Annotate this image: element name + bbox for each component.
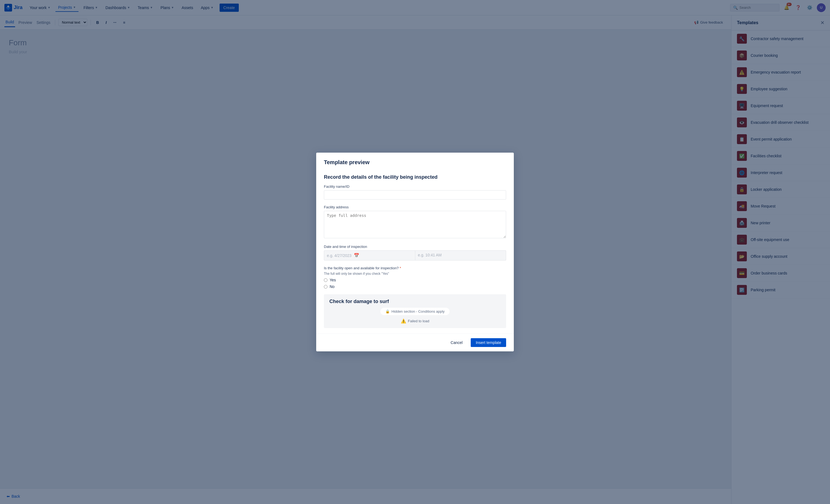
- modal-overlay: Template preview Record the details of t…: [0, 0, 830, 504]
- dialog-footer: Cancel Insert template: [316, 334, 514, 351]
- dialog-title: Template preview: [324, 159, 370, 165]
- facility-address-label: Facility address: [324, 205, 506, 209]
- hidden-section: Check for damage to surf 🔒 Hidden sectio…: [324, 294, 506, 328]
- radio-yes[interactable]: Yes: [324, 278, 506, 282]
- insert-template-button[interactable]: Insert template: [471, 338, 506, 347]
- dialog-header: Template preview: [316, 153, 514, 170]
- failed-load: ⚠️ Failed to load: [401, 318, 429, 324]
- calendar-icon: 📅: [354, 253, 359, 258]
- open-hint: The full will only be shown if you check…: [324, 272, 506, 276]
- section-title: Record the details of the facility being…: [324, 174, 506, 180]
- facility-open-field: Is the facility open and available for i…: [324, 266, 506, 289]
- date-input[interactable]: e.g. 4/27/2023 📅: [324, 250, 415, 260]
- facility-address-field: Facility address: [324, 205, 506, 239]
- cancel-button[interactable]: Cancel: [446, 338, 468, 347]
- time-placeholder: e.g. 10:41 AM: [418, 253, 442, 257]
- hidden-section-title: Check for damage to surf: [329, 299, 389, 305]
- template-preview-dialog: Template preview Record the details of t…: [316, 153, 514, 351]
- warning-icon: ⚠️: [401, 318, 406, 324]
- facility-name-label: Facility name/ID: [324, 185, 506, 189]
- date-placeholder: e.g. 4/27/2023: [327, 253, 352, 258]
- facility-name-field: Facility name/ID: [324, 185, 506, 199]
- radio-yes-input[interactable]: [324, 278, 327, 282]
- conditions-icon: 🔒: [385, 309, 390, 314]
- dialog-body: Record the details of the facility being…: [316, 170, 514, 334]
- radio-no[interactable]: No: [324, 284, 506, 289]
- time-input[interactable]: e.g. 10:41 AM: [415, 250, 506, 260]
- facility-open-label: Is the facility open and available for i…: [324, 266, 506, 270]
- required-indicator: *: [400, 266, 401, 270]
- radio-group: Yes No: [324, 278, 506, 289]
- facility-address-textarea[interactable]: [324, 211, 506, 238]
- date-time-row: e.g. 4/27/2023 📅 e.g. 10:41 AM: [324, 250, 506, 260]
- date-time-field: Date and time of inspection e.g. 4/27/20…: [324, 245, 506, 260]
- radio-no-input[interactable]: [324, 285, 327, 288]
- conditions-badge: 🔒 Hidden section - Conditions apply: [380, 308, 450, 315]
- facility-name-input[interactable]: [324, 190, 506, 199]
- date-time-label: Date and time of inspection: [324, 245, 506, 249]
